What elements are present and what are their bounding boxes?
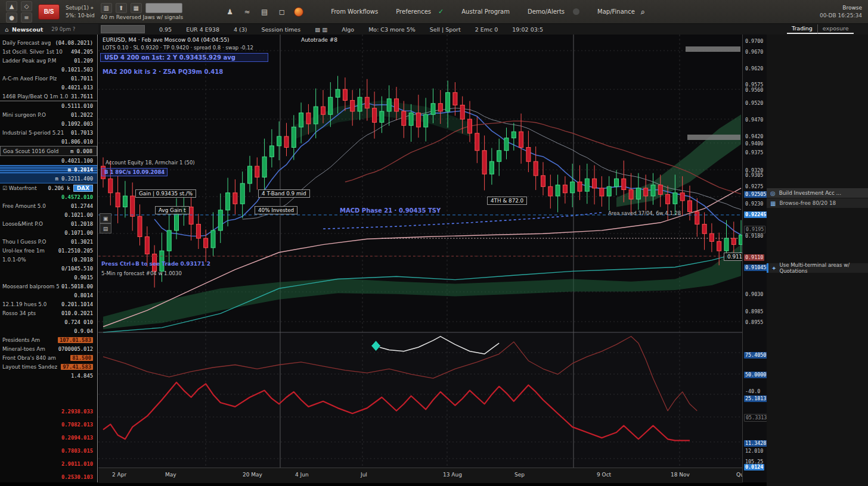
sidebar-row[interactable]: 0.8014	[0, 291, 97, 300]
chart-toolbar-item-4[interactable]: ▤ ▥	[315, 26, 327, 33]
search-icon[interactable]: ⌕	[641, 7, 645, 16]
chart-toolbar-item-8[interactable]: 2 Emc 0	[475, 26, 498, 33]
sidebar-row[interactable]: 1.0.1-0%(0.2018	[0, 255, 97, 264]
sidebar-row[interactable]: m 0.2014	[0, 165, 97, 174]
sidebar-row[interactable]: 1.4.845	[0, 371, 97, 380]
equalizer-icon[interactable]: ≈	[242, 7, 252, 16]
sidebar-row[interactable]: Presidents Am107.01.583	[0, 335, 97, 344]
grid-icon[interactable]: ▦	[131, 3, 142, 13]
ma-annotation-box: USD 4 200 on 1st: 2 Y 0.93435.929 avg	[100, 53, 268, 62]
sidebar-row[interactable]: 0.1021.00	[0, 210, 97, 219]
sidebar-row[interactable]: Loose&Mint P.O01.2018	[0, 219, 97, 228]
right-panel-item[interactable]: ◎Build Investment Acc ...	[767, 188, 868, 198]
chart-toolbar-item-3[interactable]: Session times	[261, 26, 300, 33]
sidebar-row[interactable]: Mineral-toes Am0700005.012	[0, 344, 97, 353]
cursor-icon[interactable]: ▲	[6, 1, 17, 11]
press-note: Press Ctrl+B to see Trade 0.93171 2	[101, 261, 210, 267]
sidebar-row[interactable]: Goa Scout 1016 Goldm 0.008	[0, 146, 97, 156]
item-label: Build Investment Acc ...	[779, 190, 841, 196]
sidebar-row[interactable]: Urol-lex free 1m01.2510.205	[0, 246, 97, 255]
sidebar-row[interactable]: ☑ Waterfront0.206 kDAX	[0, 183, 97, 192]
setup-label[interactable]: Setup(1) ⌖	[66, 5, 94, 11]
sidebar-row[interactable]: 0.9015	[0, 273, 97, 282]
symbol-input[interactable]	[145, 3, 182, 13]
right-panel-footer-item[interactable]: ✦ Use Multi-terminal areas w/ Quotations	[767, 263, 868, 273]
sidebar-row[interactable]: 0.4572.010	[0, 192, 97, 201]
chart-toolbar-item-0[interactable]: 0.95	[159, 26, 172, 33]
sidebar-row[interactable]: 0/1045.510	[0, 264, 97, 273]
watchlist-header[interactable]: ⌂ Newscout 29 0pm ?	[0, 24, 98, 35]
price-label: 11.3428	[744, 440, 767, 447]
browse-label[interactable]: Browse	[820, 4, 862, 12]
sidebar-row[interactable]: 0.2094.013	[0, 431, 97, 444]
menu-item-3[interactable]: Demo/Alerts	[528, 8, 565, 15]
row-value: 01.2018	[71, 221, 93, 227]
arrow-up-icon[interactable]: ⬆	[116, 3, 127, 13]
chart-toolbar-item-9[interactable]: 19:02 03:5	[512, 26, 543, 33]
panel-meta: 29 0pm ?	[51, 26, 75, 32]
sidebar-row[interactable]: 0.7082.013	[0, 418, 97, 431]
monitor-icon[interactable]: ▤	[259, 7, 269, 16]
chart-toolbar-item-7[interactable]: Sell | Sport	[430, 26, 461, 33]
new-order-button[interactable]: B/S	[38, 4, 60, 20]
menu-item-4[interactable]: Map/Finance	[597, 8, 635, 15]
sidebar-row[interactable]: Ladder Peak avg P.M01.209	[0, 56, 97, 65]
chart-toolbar-item-2[interactable]: 4 (3)	[234, 26, 247, 33]
record-icon[interactable]	[294, 7, 303, 17]
sidebar-row[interactable]: Mooseard balproom 5.001.5018.00	[0, 282, 97, 291]
sidebar-row[interactable]: 1st Oscill. Silver 1st 10494.205	[0, 47, 97, 56]
sidebar-row[interactable]: Industrial 5-period 5.2101.7013	[0, 128, 97, 137]
row-value: 107.01.583	[58, 337, 93, 343]
sidebar-row[interactable]: 0.1021.503	[0, 65, 97, 74]
menu-item-2[interactable]: Austral Program	[461, 8, 510, 15]
symbol-badge[interactable]: DAX	[73, 185, 93, 192]
sidebar-row[interactable]: 0.1071.00	[0, 228, 97, 237]
sidebar-row[interactable]: A-C-m Axed Floor Plz01.7011	[0, 74, 97, 83]
menu-item-1[interactable]: Preferences	[396, 8, 431, 15]
row-label: 12.1.19 hues 5.0	[2, 301, 46, 307]
sidebar-row[interactable]: Rosso 34 pts010.0.2021	[0, 309, 97, 317]
sidebar-row[interactable]: Thou I Guess P.O01.3021	[0, 237, 97, 246]
timeframe-select[interactable]	[101, 25, 145, 33]
person-icon[interactable]: ♟	[225, 7, 235, 16]
price-label: -40.0	[744, 388, 761, 395]
chart-toolbar-item-6[interactable]: Mo: C3 more 5%	[368, 26, 416, 33]
sidebar-row[interactable]: Free Amount 5.001.2744	[0, 201, 97, 210]
menu-item-0[interactable]: From Workflows	[331, 8, 378, 15]
sidebar-row[interactable]: 0.4021.100	[0, 156, 97, 165]
right-panel-item[interactable]: ▦Browse-free 80/20 18	[767, 198, 868, 208]
crosshair-icon[interactable]: ◇	[21, 1, 32, 11]
sidebar-row[interactable]: 0.724 010	[0, 317, 97, 326]
sidebar-row[interactable]: m 0.3211.400	[0, 174, 97, 183]
sidebar-row[interactable]: 2.2938.033	[0, 405, 97, 418]
camera-button[interactable]: ▣	[100, 213, 111, 223]
sidebar-row[interactable]: 01.806.010	[0, 137, 97, 146]
candle-style-icon[interactable]: ▥	[101, 3, 112, 13]
tab-trading[interactable]: Trading	[787, 24, 817, 34]
sidebar-row[interactable]: Mini surgeon P.O01.2022	[0, 110, 97, 119]
sidebar-row[interactable]: 2.9011.010	[0, 457, 97, 471]
candlestick-chart[interactable]	[98, 35, 742, 482]
dot-tool-icon[interactable]: ●	[6, 13, 17, 23]
sidebar-row[interactable]: 0.2530.103	[0, 471, 97, 482]
chart-toolbar-item-1[interactable]: EUR 4 E938	[186, 26, 219, 33]
chart-toolbar-item-5[interactable]: Algo	[342, 26, 354, 33]
sidebar-row[interactable]: 0.4021.013	[0, 83, 97, 92]
sidebar-row[interactable]: 12.1.19 hues 5.00.201.1014	[0, 300, 97, 309]
price-axis[interactable]: 0.97000.96700.96200.95750.95600.95200.94…	[742, 35, 767, 482]
sidebar-row[interactable]: 1468 Play/Beat Q 1m 1.031.7611	[0, 92, 97, 101]
list-tool-icon[interactable]: ≡	[21, 13, 32, 23]
chart-mode-button[interactable]: ▤	[100, 223, 111, 233]
sidebar-row[interactable]: Layout times Sandez97.41.583	[0, 362, 97, 371]
quarter-tag: 4TH & 872.0	[487, 197, 527, 205]
sidebar-row[interactable]: Front Obra's 840 am81.500	[0, 353, 97, 362]
sidebar-row[interactable]: Daily Forecast avg(04.08.2021)	[0, 38, 97, 47]
chat-icon[interactable]: ◻	[277, 7, 287, 16]
tab-exposure[interactable]: exposure	[817, 24, 854, 34]
sidebar-row[interactable]: 0.9.04	[0, 326, 97, 335]
sidebar-row[interactable]: 0.1092.003	[0, 119, 97, 128]
chart-area[interactable]: EURUSD, M4 · Feb ave Moscow 0.04 (04:04:…	[98, 35, 742, 482]
time-axis[interactable]: 2 AprMay20 May4 JunJul13 AugSep9 Oct18 N…	[98, 468, 742, 483]
sidebar-row[interactable]: 0.5111.010	[0, 101, 97, 110]
sidebar-row[interactable]: 0.7803.015	[0, 444, 97, 457]
